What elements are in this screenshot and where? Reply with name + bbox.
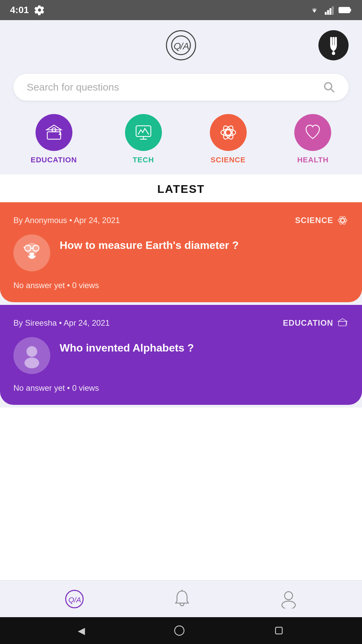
card-meta-2: By Sireesha • Apr 24, 2021 EDUCATION	[13, 317, 349, 329]
svg-text:Q: Q	[174, 41, 181, 51]
card-question-wrap-1: How to measure Earth's diameter ?	[60, 234, 239, 253]
card-body-1: How to measure Earth's diameter ?	[13, 234, 349, 271]
home-button[interactable]	[174, 625, 185, 636]
svg-point-47	[285, 592, 293, 600]
svg-point-43	[24, 358, 39, 368]
card-category-tag-2: EDUCATION	[283, 317, 349, 329]
svg-point-49	[175, 626, 184, 635]
svg-line-15	[331, 89, 334, 92]
wifi-icon	[308, 5, 320, 15]
svg-point-24	[226, 130, 231, 135]
education-icon-bg	[36, 114, 72, 151]
tech-icon-bg	[125, 114, 162, 151]
back-button[interactable]: ◀	[78, 625, 85, 636]
search-icon	[323, 81, 335, 93]
svg-point-37	[29, 253, 34, 256]
app-header: Q /A	[0, 20, 362, 67]
search-container: Search for questions	[0, 67, 362, 111]
svg-point-48	[282, 601, 295, 608]
recent-button[interactable]	[274, 625, 284, 636]
tech-label: TECH	[133, 156, 154, 164]
question-card-1[interactable]: By Anonymous • Apr 24, 2021 SCIENCE	[0, 202, 362, 302]
app-logo[interactable]: Q /A	[166, 30, 196, 60]
card-body-2: Who invented Alphabets ?	[13, 337, 349, 374]
svg-point-42	[26, 346, 37, 357]
signal-icon	[324, 5, 335, 15]
svg-rect-16	[47, 132, 61, 139]
card-avatar-1	[13, 234, 50, 271]
svg-rect-3	[332, 6, 334, 15]
gear-icon	[34, 5, 45, 15]
content-spacer	[0, 408, 362, 580]
category-science[interactable]: SCIENCE	[210, 114, 247, 164]
svg-text:Q/A: Q/A	[68, 596, 81, 604]
svg-rect-39	[339, 321, 347, 326]
science-label: SCIENCE	[210, 156, 246, 164]
svg-rect-10	[335, 37, 337, 46]
card-question-text-1: How to measure Earth's diameter ?	[60, 234, 239, 253]
svg-rect-4	[339, 7, 350, 13]
nav-profile[interactable]	[277, 586, 300, 612]
svg-point-13	[332, 52, 335, 55]
bottom-nav: Q/A	[0, 580, 362, 617]
question-card-2[interactable]: By Sireesha • Apr 24, 2021 EDUCATION Who…	[0, 305, 362, 405]
svg-rect-0	[325, 12, 327, 15]
search-placeholder: Search for questions	[27, 82, 119, 93]
status-left: 4:01	[10, 5, 45, 15]
card-footer-2: No answer yet • 0 views	[13, 383, 349, 393]
svg-rect-5	[350, 9, 351, 11]
category-education[interactable]: EDUCATION	[31, 114, 77, 164]
svg-marker-38	[338, 319, 347, 321]
battery-icon	[339, 5, 352, 15]
status-time: 4:01	[10, 5, 29, 15]
search-bar[interactable]: Search for questions	[13, 74, 349, 101]
svg-point-28	[341, 219, 344, 222]
status-bar: 4:01	[0, 0, 362, 20]
category-health[interactable]: HEALTH	[294, 114, 331, 164]
health-label: HEALTH	[297, 156, 329, 164]
card-author-date-2: By Sireesha • Apr 24, 2021	[13, 318, 110, 328]
health-icon-bg	[294, 114, 331, 151]
card-avatar-2	[13, 337, 50, 374]
android-nav: ◀	[0, 617, 362, 644]
education-label: EDUCATION	[31, 156, 77, 164]
status-right	[308, 5, 352, 15]
card-author-date-1: By Anonymous • Apr 24, 2021	[13, 216, 120, 225]
profile-menu-button[interactable]	[318, 30, 349, 60]
card-meta-1: By Anonymous • Apr 24, 2021 SCIENCE	[13, 214, 349, 226]
card-category-tag-1: SCIENCE	[295, 214, 349, 226]
latest-header: LATEST	[0, 174, 362, 202]
logo-circle: Q /A	[166, 30, 196, 60]
card-question-text-2: Who invented Alphabets ?	[60, 337, 194, 356]
nav-notifications[interactable]	[170, 586, 194, 612]
svg-rect-1	[327, 10, 329, 15]
svg-point-14	[325, 83, 332, 90]
svg-rect-11	[333, 37, 335, 46]
svg-rect-2	[329, 8, 331, 15]
category-tech[interactable]: TECH	[125, 114, 162, 164]
card-footer-1: No answer yet • 0 views	[13, 281, 349, 290]
nav-home[interactable]: Q/A	[62, 586, 87, 612]
svg-rect-9	[330, 37, 332, 46]
svg-rect-50	[276, 627, 282, 634]
categories-section: EDUCATION TECH SCIENCE	[0, 111, 362, 174]
card-question-wrap-2: Who invented Alphabets ?	[60, 337, 194, 356]
svg-text:/A: /A	[180, 41, 189, 51]
science-icon-bg	[210, 114, 247, 151]
